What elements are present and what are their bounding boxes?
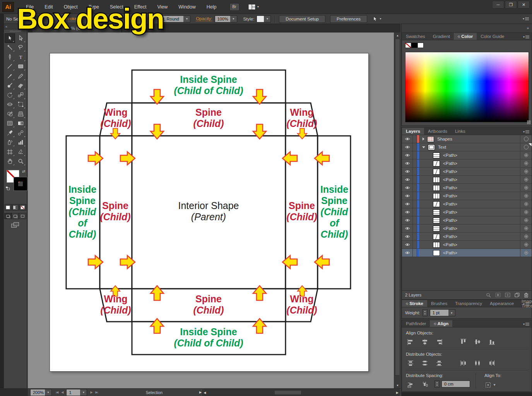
pen-tool[interactable] <box>5 52 15 62</box>
scroll-down-button[interactable]: ▼ <box>394 382 400 388</box>
color-panel-menu-button[interactable]: ▾ <box>523 35 529 39</box>
eyedropper-tool[interactable] <box>5 128 15 138</box>
layer-row-path[interactable]: <Path> <box>402 208 532 216</box>
layer-row-path[interactable]: <Path> <box>402 168 532 176</box>
layer-row-path[interactable]: <Path> <box>402 225 532 233</box>
delete-layer-icon[interactable] <box>524 293 529 298</box>
target-cell[interactable] <box>520 241 532 249</box>
lock-toggle[interactable] <box>413 159 417 167</box>
target-cell[interactable] <box>520 159 532 167</box>
distribute-bottom-button[interactable] <box>434 359 444 367</box>
lock-toggle[interactable] <box>413 249 417 257</box>
visibility-toggle[interactable] <box>402 241 413 249</box>
visibility-toggle[interactable] <box>402 151 413 159</box>
document-setup-button[interactable]: Document Setup <box>279 15 325 23</box>
close-button[interactable]: ✕ <box>518 1 530 9</box>
artboard-navigation-combo[interactable]: 1 ▼ <box>66 389 87 396</box>
lock-toggle[interactable] <box>413 168 417 175</box>
opacity-combo[interactable]: 100% ▼ <box>215 15 237 22</box>
tab-stroke[interactable]: ◇Stroke <box>402 300 427 307</box>
magic-wand-tool[interactable] <box>5 43 15 53</box>
canvas[interactable]: Inside Spine(Child of Child) Spine(Child… <box>28 33 400 388</box>
stroke-panel-menu-button[interactable]: ▾ <box>523 302 529 306</box>
lock-toggle[interactable] <box>413 200 417 208</box>
align-bottom-button[interactable] <box>487 338 496 346</box>
preferences-button[interactable]: Preferences <box>330 15 367 23</box>
horizontal-scrollbar-thumb[interactable] <box>274 390 301 395</box>
distribute-horizontal-center-button[interactable] <box>473 359 482 367</box>
visibility-toggle[interactable] <box>402 159 413 167</box>
tab-pathfinder[interactable]: Pathfinder <box>402 320 430 327</box>
shape-builder-tool[interactable] <box>5 109 15 119</box>
status-indicator[interactable]: Selection <box>146 390 163 395</box>
path-name[interactable]: <Path> <box>443 185 457 190</box>
lasso-tool[interactable] <box>15 43 26 53</box>
visibility-toggle[interactable] <box>402 143 413 151</box>
scale-tool[interactable] <box>15 90 26 100</box>
layer-row-path[interactable]: <Path> <box>402 151 532 159</box>
visibility-toggle[interactable] <box>402 216 413 224</box>
distribute-vertical-center-button[interactable] <box>420 359 429 367</box>
next-artboard-button[interactable]: ▶ <box>89 391 94 394</box>
none-button[interactable] <box>19 204 26 211</box>
align-vertical-center-button[interactable] <box>473 338 482 346</box>
target-cell[interactable] <box>520 216 532 224</box>
layer-row-path[interactable]: <Path> <box>402 200 532 208</box>
slice-tool[interactable] <box>15 147 26 157</box>
path-name[interactable]: <Path> <box>443 226 457 231</box>
artboard-tool[interactable] <box>5 147 15 157</box>
layer-row-path[interactable]: <Path> <box>402 216 532 225</box>
target-cell[interactable] <box>520 249 532 257</box>
path-name[interactable]: <Path> <box>443 250 457 255</box>
color-spectrum[interactable] <box>405 52 529 122</box>
minimize-button[interactable]: ─ <box>492 1 504 9</box>
opacity-link-label[interactable]: Opacity: <box>196 16 212 21</box>
path-name[interactable]: <Path> <box>443 194 457 198</box>
pencil-tool[interactable] <box>15 71 26 81</box>
target-cell[interactable] <box>520 168 532 175</box>
hand-tool[interactable] <box>5 157 15 166</box>
style-combo[interactable]: ▼ <box>257 15 271 22</box>
layer-row-shapes[interactable]: Shapes <box>402 135 532 143</box>
white-swatch[interactable] <box>417 43 424 48</box>
cursor-options-button[interactable]: ▼ <box>373 16 382 22</box>
layer-name[interactable]: Text <box>438 145 446 149</box>
align-top-button[interactable] <box>458 338 468 346</box>
width-tool[interactable] <box>5 100 15 110</box>
path-name[interactable]: <Path> <box>443 242 457 247</box>
eraser-tool[interactable] <box>15 81 26 91</box>
horizontal-distribute-space-button[interactable] <box>420 381 429 388</box>
black-swatch[interactable] <box>411 43 417 48</box>
visibility-toggle[interactable] <box>402 168 413 175</box>
lock-toggle[interactable] <box>413 176 417 183</box>
lock-toggle[interactable] <box>413 216 417 224</box>
default-fill-stroke-icon[interactable] <box>5 186 10 190</box>
symbol-sprayer-tool[interactable] <box>5 138 15 147</box>
draw-normal-button[interactable] <box>4 213 12 219</box>
path-name[interactable]: <Path> <box>443 202 457 206</box>
new-sublayer-icon[interactable] <box>505 293 510 297</box>
maximize-button[interactable]: ❐ <box>505 1 517 9</box>
lock-toggle[interactable] <box>413 135 417 143</box>
tab-artboards[interactable]: Artboards <box>424 128 451 135</box>
spacing-stepper[interactable]: ▲▼ <box>434 381 440 387</box>
last-artboard-button[interactable]: ▶| <box>94 391 99 394</box>
expand-arrow-icon[interactable] <box>423 137 424 141</box>
align-panel-menu-button[interactable]: ▾ <box>523 322 529 326</box>
layer-row-path[interactable]: <Path> <box>402 176 532 184</box>
lock-toggle[interactable] <box>413 151 417 159</box>
layer-row-path[interactable]: <Path> <box>402 241 532 249</box>
tab-links[interactable]: Links <box>451 128 469 135</box>
target-cell[interactable] <box>520 208 532 216</box>
perspective-grid-tool[interactable] <box>15 109 26 119</box>
horizontal-scrollbar[interactable]: ◀ ▶ <box>202 389 400 396</box>
selection-tool[interactable] <box>5 33 15 43</box>
spacing-value-field[interactable]: 0 cm <box>441 381 470 387</box>
layer-row-path[interactable]: <Path> <box>402 184 532 192</box>
weight-stepper[interactable]: ▲▼ <box>423 309 428 316</box>
mesh-tool[interactable] <box>5 119 15 129</box>
layer-row-path[interactable]: <Path> <box>402 159 532 168</box>
stroke-swatch-black[interactable] <box>14 177 27 190</box>
type-tool[interactable]: T <box>15 52 26 62</box>
lock-toggle[interactable] <box>413 225 417 232</box>
